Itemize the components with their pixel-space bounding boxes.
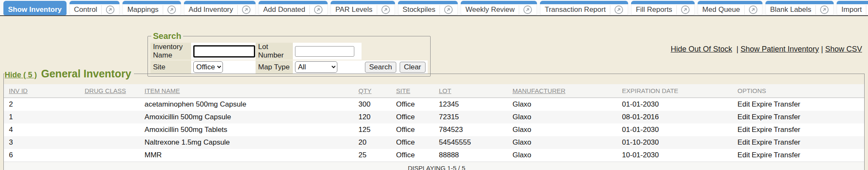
footer-row: DISPLAYING 1-5 / 5 [4, 162, 864, 170]
tab-body: Add Donated [259, 4, 328, 15]
sort-link-inv-id[interactable]: INV ID [9, 87, 28, 94]
column-header-lot[interactable]: LOT [437, 84, 511, 98]
tab-import[interactable]: Import [837, 1, 868, 15]
inventory-table-foot: DISPLAYING 1-5 / 5 [4, 162, 864, 170]
option-link-edit[interactable]: Edit [737, 126, 750, 134]
displaying-count: DISPLAYING 1-5 / 5 [4, 162, 864, 170]
tab-body: PAR Levels [331, 4, 395, 15]
cell-inv-id: 1 [4, 111, 83, 123]
tab-show-inventory[interactable]: Show Inventory [3, 1, 67, 15]
column-header-inv-id[interactable]: INV ID [4, 84, 83, 98]
option-link-expire[interactable]: Expire [751, 100, 772, 108]
open-in-new-window-icon[interactable] [820, 5, 829, 14]
tab-label: Med Queue [702, 5, 740, 14]
tab-par-levels[interactable]: PAR Levels [331, 1, 395, 15]
option-link-edit[interactable]: Edit [737, 151, 750, 159]
tab-body: Show Inventory [3, 4, 67, 15]
tab-add-donated[interactable]: Add Donated [259, 1, 328, 15]
sort-link-qty[interactable]: QTY [359, 87, 372, 94]
tab-top-strip [631, 1, 695, 4]
open-in-new-window-icon[interactable] [314, 5, 323, 14]
open-in-new-window-icon[interactable] [614, 5, 623, 14]
tab-add-inventory[interactable]: Add Inventory [184, 1, 256, 15]
page: Show InventoryControlMappingsAdd Invento… [0, 0, 868, 170]
tab-divider [237, 5, 238, 14]
open-in-new-window-icon[interactable] [106, 5, 115, 14]
tab-label: Transaction Report [545, 5, 606, 14]
open-in-new-window-icon[interactable] [381, 5, 390, 14]
cell-expiration-date: 10-01-2030 [620, 149, 736, 162]
tab-label: Stockpiles [403, 5, 435, 14]
cell-site: Office [395, 98, 437, 111]
inventory-table-head: INV IDDRUG CLASSITEM NAMEQTYSITELOTMANUF… [4, 84, 864, 98]
option-link-expire[interactable]: Expire [751, 151, 772, 159]
cell-manufacturer: Glaxo [511, 136, 620, 149]
tab-divider [676, 5, 677, 14]
option-link-transfer[interactable]: Transfer [774, 126, 801, 134]
column-header-expiration-date: EXPIRATION DATE [620, 84, 736, 98]
tab-med-queue[interactable]: Med Queue [698, 1, 762, 15]
cell-options: EditExpireTransfer [736, 111, 864, 123]
tab-top-strip [259, 1, 328, 4]
table-row: 6MMR25Office88888Glaxo10-01-2030EditExpi… [4, 149, 864, 162]
tab-blank-labels[interactable]: Blank Labels [765, 1, 834, 15]
cell-drug-class [83, 111, 143, 123]
option-link-edit[interactable]: Edit [737, 113, 750, 121]
column-header-site[interactable]: SITE [395, 84, 437, 98]
option-link-transfer[interactable]: Transfer [774, 138, 801, 146]
open-in-new-window-icon[interactable] [681, 5, 690, 14]
tab-control[interactable]: Control [70, 1, 120, 15]
cell-site: Office [395, 136, 437, 149]
link-hide-out-of-stock[interactable]: Hide Out Of Stock [670, 45, 732, 53]
option-link-edit[interactable]: Edit [737, 138, 750, 146]
cell-lot: 88888 [437, 149, 511, 162]
cell-qty: 300 [357, 98, 395, 111]
tab-divider [101, 5, 102, 14]
sort-link-lot[interactable]: LOT [439, 87, 451, 94]
tab-label: Blank Labels [770, 5, 811, 14]
option-link-expire[interactable]: Expire [751, 113, 772, 121]
cell-lot: 72315 [437, 111, 511, 123]
open-in-new-window-icon[interactable] [748, 5, 758, 14]
lot-number-cell [293, 43, 362, 60]
cell-qty: 125 [357, 123, 395, 136]
tab-stockpiles[interactable]: Stockpiles [398, 1, 458, 15]
tab-mappings[interactable]: Mappings [122, 1, 181, 15]
option-link-transfer[interactable]: Transfer [774, 151, 801, 159]
link-show-patient-inventory[interactable]: Show Patient Inventory [740, 45, 819, 53]
open-in-new-window-icon[interactable] [167, 5, 176, 14]
cell-qty: 25 [357, 149, 395, 162]
option-link-edit[interactable]: Edit [737, 100, 750, 108]
column-header-item-name[interactable]: ITEM NAME [143, 84, 357, 98]
lot-number-input[interactable] [295, 46, 354, 57]
cell-item-name: Amoxicillin 500mg Tablets [143, 123, 357, 136]
sort-link-site[interactable]: SITE [396, 87, 410, 94]
tab-body: Stockpiles [398, 4, 458, 15]
hide-count-link[interactable]: Hide ( 5 ) [5, 71, 37, 80]
option-link-transfer[interactable]: Transfer [774, 113, 801, 121]
cell-item-name: Amoxicillin 500mg Capsule [143, 111, 357, 123]
link-show-csv[interactable]: Show CSV [825, 45, 862, 53]
cell-options: EditExpireTransfer [736, 123, 864, 136]
tab-label: Add Inventory [189, 5, 233, 14]
sort-link-item-name[interactable]: ITEM NAME [145, 87, 180, 94]
inventory-name-input[interactable] [193, 45, 255, 58]
tab-weekly-review[interactable]: Weekly Review [461, 1, 537, 15]
cell-drug-class [83, 98, 143, 111]
open-in-new-window-icon[interactable] [444, 5, 453, 14]
sort-link-drug-class[interactable]: DRUG CLASS [85, 87, 126, 94]
open-in-new-window-icon[interactable] [242, 5, 251, 14]
links-separator: | [821, 45, 823, 53]
column-header-manufacturer[interactable]: MANUFACTURER [511, 84, 620, 98]
tab-fill-reports[interactable]: Fill Reports [631, 1, 695, 15]
open-in-new-window-icon[interactable] [523, 5, 532, 14]
sort-link-manufacturer[interactable]: MANUFACTURER [512, 87, 565, 94]
option-link-expire[interactable]: Expire [751, 138, 772, 146]
option-link-expire[interactable]: Expire [751, 126, 772, 134]
option-link-transfer[interactable]: Transfer [774, 100, 801, 108]
table-row: 3Naltrexone 1.5mg Capsule20Office5454555… [4, 136, 864, 149]
column-header-qty[interactable]: QTY [357, 84, 395, 98]
tab-transaction-report[interactable]: Transaction Report [540, 1, 628, 15]
tab-label: Mappings [127, 5, 159, 14]
column-header-drug-class[interactable]: DRUG CLASS [83, 84, 143, 98]
